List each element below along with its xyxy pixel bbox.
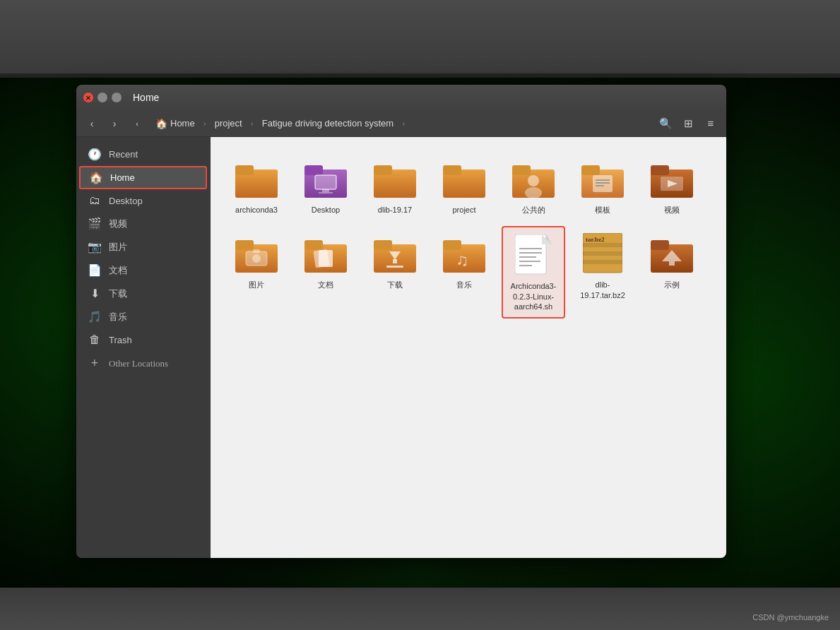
- videos-folder-icon: [649, 157, 694, 202]
- sidebar-label-desktop: Desktop: [109, 196, 143, 206]
- sidebar-label-downloads: 下载: [109, 287, 127, 300]
- file-item-videos[interactable]: 视频: [640, 151, 704, 220]
- file-item-archiconda3[interactable]: archiconda3: [225, 151, 288, 220]
- breadcrumb-project[interactable]: project: [209, 116, 248, 131]
- downloads-icon: ⬇: [88, 287, 102, 300]
- watermark: CSDN @ymchuangke: [752, 613, 829, 622]
- file-item-examples[interactable]: 示例: [640, 226, 704, 319]
- file-item-music[interactable]: ♫ 音乐: [432, 226, 496, 319]
- file-item-pictures[interactable]: 图片: [225, 226, 288, 319]
- search-button[interactable]: 🔍: [656, 114, 675, 133]
- svg-rect-42: [443, 240, 461, 250]
- music-folder-icon: ♫: [442, 232, 487, 277]
- breadcrumb-home[interactable]: 🏠 Home: [150, 116, 201, 131]
- templates-folder-icon: [580, 157, 625, 202]
- sidebar-label-pictures: 图片: [109, 241, 127, 254]
- back-button[interactable]: ‹: [82, 114, 102, 133]
- sidebar-item-other-locations[interactable]: + Other Locations: [76, 351, 210, 376]
- dlib1917-label: dlib-19.17: [378, 205, 412, 215]
- svg-rect-31: [253, 249, 260, 253]
- music-icon: 🎵: [88, 310, 102, 323]
- laptop-top-bezel: [0, 0, 840, 78]
- toolbar: ‹ › ‹ 🏠 Home › project › Fatigue driving…: [76, 110, 726, 137]
- file-item-dlib-archive[interactable]: tar.bz2 dlib-19.17.tar.bz2: [571, 226, 634, 319]
- file-item-downloads[interactable]: 下载: [363, 226, 427, 319]
- svg-rect-18: [581, 165, 600, 175]
- examples-folder-icon: [649, 232, 694, 277]
- menu-button[interactable]: ≡: [701, 114, 721, 133]
- sidebar-item-trash[interactable]: 🗑 Trash: [76, 328, 210, 351]
- archiconda-sh-label: Archiconda3-0.2.3-Linux-aarch64.sh: [506, 281, 561, 311]
- file-item-project[interactable]: project: [432, 151, 496, 220]
- breadcrumb-project-label: project: [215, 118, 242, 129]
- public-folder-icon: [511, 157, 556, 202]
- title-bar: × Home: [76, 85, 726, 110]
- sidebar-label-recent: Recent: [109, 149, 138, 160]
- breadcrumb-sep-2: ›: [251, 118, 254, 129]
- svg-rect-12: [443, 165, 461, 175]
- sidebar-item-home[interactable]: 🏠 Home: [79, 166, 207, 189]
- close-button[interactable]: ×: [83, 93, 93, 102]
- dlib-archive-icon: tar.bz2: [580, 232, 625, 277]
- file-item-archiconda-sh[interactable]: Archiconda3-0.2.3-Linux-aarch64.sh: [502, 226, 565, 319]
- up-button[interactable]: ‹: [127, 114, 147, 133]
- svg-rect-35: [319, 250, 333, 267]
- breadcrumb-home-label: Home: [170, 118, 195, 129]
- svg-rect-60: [669, 261, 675, 266]
- home-icon: 🏠: [155, 118, 167, 129]
- svg-rect-10: [374, 165, 392, 175]
- svg-text:tar.bz2: tar.bz2: [586, 236, 605, 243]
- sidebar-label-music: 音乐: [109, 311, 127, 323]
- forward-button[interactable]: ›: [105, 114, 124, 133]
- svg-rect-44: [515, 234, 546, 274]
- svg-point-15: [528, 175, 539, 186]
- svg-rect-7: [322, 189, 329, 192]
- sidebar-item-desktop[interactable]: 🗂 Desktop: [76, 189, 210, 212]
- svg-rect-40: [386, 266, 403, 268]
- maximize-button[interactable]: [112, 93, 122, 102]
- sidebar-label-other: Other Locations: [109, 358, 168, 369]
- sidebar-item-music[interactable]: 🎵 音乐: [76, 305, 210, 328]
- svg-rect-39: [393, 259, 397, 263]
- sidebar-item-pictures[interactable]: 📷 图片: [76, 235, 210, 258]
- breadcrumb-sep-3: ›: [402, 118, 405, 129]
- other-locations-icon: +: [88, 356, 102, 371]
- laptop-bottom-bezel: [0, 588, 840, 630]
- breadcrumb-sep-1: ›: [203, 118, 206, 129]
- breadcrumb-fatigue[interactable]: Fatigue driving detection system: [256, 116, 399, 131]
- svg-point-30: [252, 254, 261, 263]
- minimize-button[interactable]: [97, 93, 107, 102]
- file-item-templates[interactable]: 模板: [571, 151, 634, 220]
- project-label: project: [452, 205, 475, 215]
- svg-text:♫: ♫: [456, 251, 468, 269]
- sidebar: 🕐 Recent 🏠 Home 🗂 Desktop 🎬 视频 📷 图片 📄: [76, 137, 211, 558]
- svg-rect-58: [651, 240, 669, 250]
- breadcrumb-fatigue-label: Fatigue driving detection system: [262, 118, 394, 129]
- music-label: 音乐: [456, 280, 472, 290]
- file-item-public[interactable]: 公共的: [502, 151, 565, 220]
- sidebar-item-recent[interactable]: 🕐 Recent: [76, 143, 210, 166]
- videos-icon: 🎬: [88, 217, 102, 230]
- trash-icon: 🗑: [88, 333, 102, 346]
- view-toggle-button[interactable]: ⊞: [678, 114, 698, 133]
- svg-rect-2: [235, 165, 254, 175]
- sidebar-item-downloads[interactable]: ⬇ 下载: [76, 282, 210, 305]
- sidebar-item-documents[interactable]: 📄 文档: [76, 258, 210, 282]
- downloads-label: 下载: [387, 280, 403, 290]
- project-folder-icon: [442, 157, 487, 202]
- main-content: 🕐 Recent 🏠 Home 🗂 Desktop 🎬 视频 📷 图片 📄: [76, 137, 726, 558]
- file-item-desktop[interactable]: Desktop: [294, 151, 357, 220]
- file-item-dlib1917[interactable]: dlib-19.17: [363, 151, 427, 220]
- pictures-icon: 📷: [88, 240, 102, 254]
- desktop-label: Desktop: [312, 205, 340, 215]
- templates-label: 模板: [595, 205, 610, 215]
- sidebar-item-videos[interactable]: 🎬 视频: [76, 212, 210, 235]
- sidebar-label-home: Home: [110, 172, 135, 183]
- window-controls: ×: [83, 93, 122, 102]
- pictures-folder-icon: [234, 232, 279, 277]
- archiconda-sh-icon: [511, 233, 556, 278]
- sidebar-label-videos: 视频: [109, 218, 127, 230]
- archiconda3-label: archiconda3: [235, 205, 278, 215]
- sidebar-label-documents: 文档: [109, 264, 127, 277]
- file-item-documents[interactable]: 文档: [294, 226, 357, 319]
